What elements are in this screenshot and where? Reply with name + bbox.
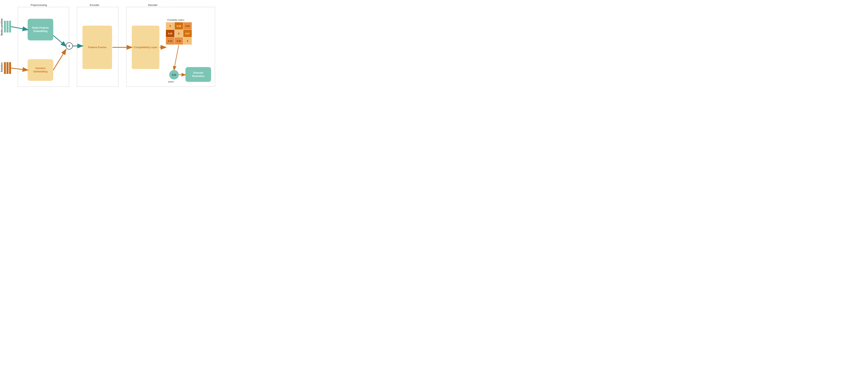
solution-label: Solution <box>0 58 3 72</box>
cell-0-2: 0.16 <box>183 22 192 30</box>
cell-1-2: 0.17 <box>183 30 192 37</box>
solution-bar-3 <box>9 62 11 74</box>
node-feature-embedding-box: Node Feature Embedding <box>28 19 53 40</box>
decoder-label: Decoder <box>148 4 158 6</box>
solution-bar-2 <box>6 62 8 74</box>
nodes-position-label: Nodes position <box>0 18 3 35</box>
cell-2-1: 0.10 <box>175 37 183 45</box>
nodes-bar-2 <box>6 21 8 33</box>
cell-1-1: 0 <box>175 30 183 37</box>
cell-2-2: 0 <box>183 37 192 45</box>
action-label: action <box>168 81 174 83</box>
action-circle: (1,0) <box>169 70 179 80</box>
preprocessing-label: Preprocessing <box>31 4 47 6</box>
solution-bar-1 <box>4 62 6 74</box>
execute-heuristics-box: Execute Heuristics <box>185 67 211 82</box>
feature-fusion-box: Feature Fusion <box>83 26 112 69</box>
probability-matrix: 0 0.18 0.16 0.25 0 0.17 0.14 0.10 0 <box>166 22 192 45</box>
nodes-bar-3 <box>9 21 11 33</box>
cell-2-0: 0.14 <box>166 37 175 45</box>
prob-matrix-label: Probability matics <box>167 19 184 21</box>
cell-0-0: 0 <box>166 22 175 30</box>
cell-0-1: 0.18 <box>175 22 183 30</box>
plus-circle: + <box>66 42 73 50</box>
encoder-label: Encoder <box>90 4 99 6</box>
cell-1-0: 0.25 <box>166 30 175 37</box>
solution-embedding-box: Solution Embedding <box>28 59 53 81</box>
nodes-bar-1 <box>4 21 6 33</box>
diagram-container: Preprocessing Encoder Decoder Nodes posi… <box>0 0 217 93</box>
compatibility-layer-box: Compatibility Layer <box>132 26 159 69</box>
